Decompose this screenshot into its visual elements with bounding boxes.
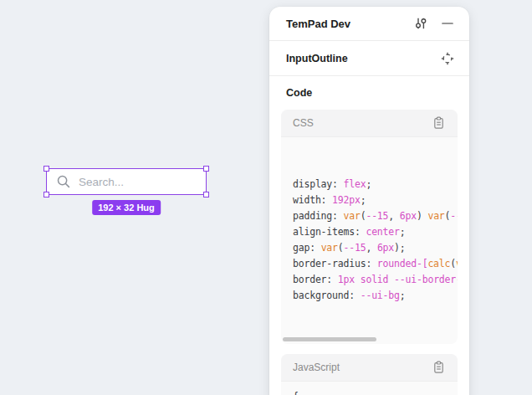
code-line: { (293, 389, 458, 395)
selection-size-badge: 192 × 32 Hug (92, 200, 161, 215)
js-code-block: { display: 'flex', width: '192px', paddi… (281, 382, 458, 395)
code-section-heading: Code (286, 87, 458, 100)
code-line: padding: var(--15, 6px) var(--15 (293, 208, 458, 224)
js-code-card: JavaScript { display: 'flex', width: '19… (281, 354, 458, 395)
search-icon (56, 174, 71, 189)
panel-header: TemPad Dev (269, 7, 469, 41)
panel-title: TemPad Dev (286, 18, 412, 30)
css-card-label: CSS (293, 117, 429, 129)
css-card-header: CSS (281, 110, 458, 137)
code-line: width: 192px; (293, 192, 458, 208)
code-line: border: 1px solid --ui-border-c (293, 272, 458, 288)
copy-js-icon[interactable] (429, 358, 448, 377)
settings-sliders-icon[interactable] (412, 14, 430, 33)
code-line: border-radius: rounded-[calc(var (293, 256, 458, 272)
css-code-card: CSS display: flex;width: 192px;padding: … (281, 110, 458, 344)
code-line: align-items: center; (293, 224, 458, 240)
code-line: display: flex; (293, 177, 458, 192)
search-placeholder: Search... (79, 176, 124, 188)
code-line: gap: var(--15, 6px); (293, 240, 458, 256)
horizontal-scrollbar[interactable] (283, 337, 376, 341)
selected-component-row: InputOutline (269, 41, 469, 76)
code-section: Code CSS display: flex;width: 192px;padd… (269, 76, 469, 395)
tempad-dev-panel: TemPad Dev InputOutline (269, 7, 469, 395)
js-card-label: JavaScript (293, 362, 429, 373)
css-code-block: display: flex;width: 192px;padding: var(… (281, 137, 458, 344)
copy-css-icon[interactable] (429, 114, 448, 132)
component-name: InputOutline (286, 53, 438, 64)
js-card-header: JavaScript (281, 354, 458, 382)
code-line: background: --ui-bg; (293, 288, 458, 304)
minimize-icon[interactable] (438, 14, 457, 33)
locate-crosshair-icon[interactable] (438, 49, 457, 68)
search-input[interactable]: Search... (46, 168, 207, 195)
